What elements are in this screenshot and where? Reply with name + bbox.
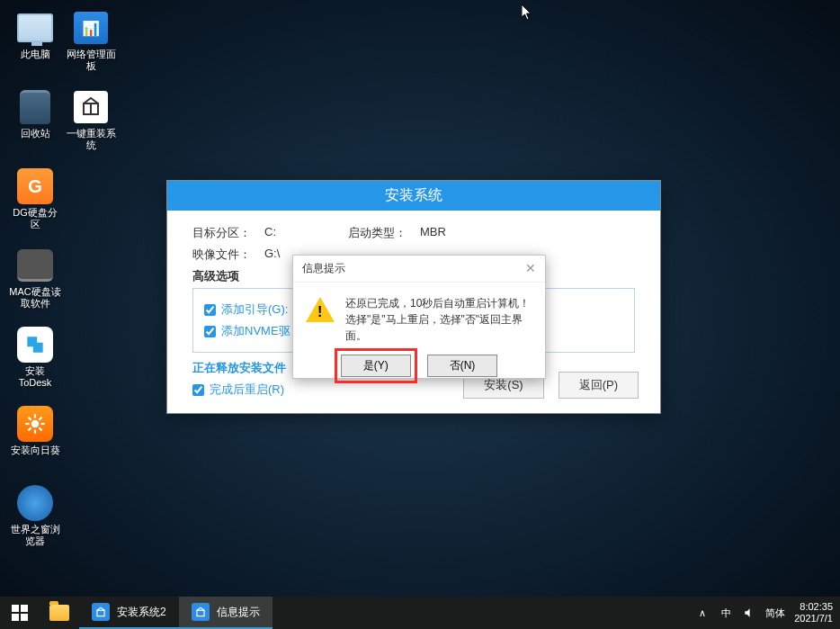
monitor-icon: [17, 13, 53, 42]
dialog-title: 信息提示: [302, 261, 345, 276]
svg-line-10: [39, 417, 41, 419]
option-restart-label: 完成后重启(R): [210, 382, 284, 398]
desktop-icon-dg-partition[interactable]: G DG硬盘分区: [7, 166, 63, 241]
warning-icon: [306, 295, 335, 324]
system-tray: ∧ 中 简体 8:02:35 2021/7/1: [695, 601, 840, 625]
volume-icon[interactable]: [742, 606, 756, 620]
desktop-icon-net-panel[interactable]: 📊 网络管理面板: [63, 7, 119, 83]
svg-point-2: [31, 420, 40, 428]
mouse-cursor-icon: [522, 4, 532, 21]
desktop-icon-reinstall[interactable]: 一键重装系统: [63, 86, 119, 162]
taskbar-clock[interactable]: 8:02:35 2021/7/1: [794, 601, 833, 625]
info-dialog: 信息提示 ✕ 还原已完成，10秒后自动重启计算机！ 选择"是"马上重启，选择"否…: [292, 255, 546, 379]
taskbar-time: 8:02:35: [794, 601, 833, 613]
icon-label: 安装ToDesk: [9, 365, 61, 389]
checkbox-add-nvme[interactable]: [204, 326, 216, 337]
icon-label: 安装向日葵: [11, 445, 60, 456]
option-add-boot-label: 添加引导(G):: [221, 301, 288, 318]
close-icon[interactable]: ✕: [525, 261, 536, 276]
image-file-label: 映像文件：: [192, 247, 264, 263]
dialog-titlebar[interactable]: 信息提示 ✕: [293, 256, 545, 283]
package-icon: [192, 603, 210, 621]
yes-button[interactable]: 是(Y): [341, 355, 411, 377]
svg-rect-11: [97, 610, 104, 616]
dialog-message-line2: 选择"是"马上重启，选择"否"返回主界面。: [345, 311, 532, 344]
back-button[interactable]: 返回(P): [559, 372, 639, 399]
desktop-icon-sunflower[interactable]: 安装向日葵: [7, 403, 63, 479]
no-button[interactable]: 否(N): [427, 355, 498, 377]
sunflower-icon: [17, 406, 53, 442]
icon-label: 此电脑: [21, 49, 50, 60]
icon-label: DG硬盘分区: [9, 207, 61, 230]
dg-icon: G: [17, 168, 53, 204]
ime-label[interactable]: 简体: [765, 607, 785, 620]
icon-label: 回收站: [21, 128, 50, 139]
taskbar-app-installer[interactable]: 安装系统2: [79, 597, 179, 629]
todesk-icon: [17, 327, 53, 363]
boot-type-value: MBR: [420, 225, 446, 241]
icon-label: 网络管理面板: [65, 49, 117, 72]
svg-rect-12: [197, 610, 204, 616]
desktop-icon-mac-disk[interactable]: MAC硬盘读取软件: [7, 245, 63, 320]
disk-icon: [17, 249, 53, 282]
windows-logo-icon: [12, 605, 28, 621]
boot-type-label: 启动类型：: [348, 225, 420, 241]
svg-line-9: [28, 427, 31, 430]
target-partition-label: 目标分区：: [192, 225, 264, 241]
desktop-icon-browser[interactable]: 世界之窗浏览器: [7, 482, 63, 558]
start-button[interactable]: [0, 597, 40, 629]
option-add-nvme-label: 添加NVME驱: [221, 323, 290, 339]
taskbar-date: 2021/7/1: [794, 613, 833, 625]
icon-label: 世界之窗浏览器: [9, 524, 61, 547]
desktop-icon-recycle-bin[interactable]: 回收站: [7, 86, 63, 162]
svg-line-8: [39, 427, 41, 430]
recycle-bin-icon: [20, 90, 50, 124]
installer-title[interactable]: 安装系统: [167, 181, 660, 211]
icon-label: MAC硬盘读取软件: [9, 286, 61, 310]
dialog-message: 还原已完成，10秒后自动重启计算机！ 选择"是"马上重启，选择"否"返回主界面。: [345, 295, 532, 344]
taskbar-app-label: 安装系统2: [117, 605, 166, 620]
icon-label: 一键重装系统: [65, 128, 117, 151]
dialog-message-line1: 还原已完成，10秒后自动重启计算机！: [345, 295, 532, 311]
desktop-icon-todesk[interactable]: 安装ToDesk: [7, 324, 63, 400]
tray-overflow-icon[interactable]: ∧: [695, 606, 710, 620]
taskbar-app-label: 信息提示: [217, 605, 260, 620]
desktop-icon-grid: 此电脑 📊 网络管理面板 回收站 一键重装系统 G DG硬盘分区 MAC硬盘读取…: [7, 7, 119, 558]
svg-line-7: [28, 417, 31, 419]
checkbox-restart-after[interactable]: [192, 384, 204, 396]
taskbar-app-dialog[interactable]: 信息提示: [179, 597, 273, 629]
globe-icon: [17, 485, 53, 521]
file-explorer-button[interactable]: [40, 597, 79, 629]
taskbar: 安装系统2 信息提示 ∧ 中 简体 8:02:35 2021/7/1: [0, 597, 840, 629]
desktop-icon-this-pc[interactable]: 此电脑: [7, 7, 63, 83]
net-panel-icon: 📊: [74, 12, 108, 44]
checkbox-add-boot[interactable]: [204, 304, 216, 316]
package-icon: [92, 603, 110, 621]
package-icon: [74, 91, 108, 123]
ime-indicator[interactable]: 中: [719, 606, 733, 620]
folder-icon: [49, 605, 69, 621]
image-file-value: G:\: [264, 247, 280, 263]
target-partition-value: C:: [264, 225, 276, 241]
